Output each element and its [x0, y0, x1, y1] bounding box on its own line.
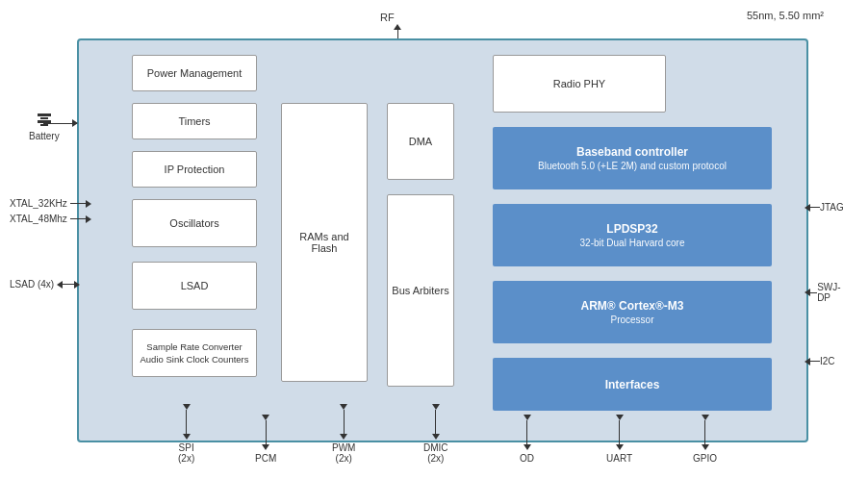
dma-box: DMA — [387, 103, 454, 180]
rams-flash-box: RAMs and Flash — [281, 103, 368, 382]
arm-box: ARM® Cortex®-M3 Processor — [493, 281, 772, 343]
lsad-box: LSAD — [132, 262, 257, 310]
pcm-group: PCM — [255, 415, 276, 464]
battery-label: Battery — [29, 113, 60, 141]
ip-protection-box: IP Protection — [132, 151, 257, 188]
spi-group: SPI(2x) — [178, 404, 194, 464]
uart-group: UART — [606, 415, 632, 464]
oscillators-box: Oscillators — [132, 199, 257, 247]
swjdp-group: SWJ-DP — [805, 282, 843, 303]
diagram-wrapper: 55nm, 5.50 mm² RF Power Management Timer… — [10, 10, 833, 494]
lpdsp-box: LPDSP32 32-bit Dual Harvard core — [493, 204, 772, 266]
bus-arbiters-box: Bus Arbiters — [387, 194, 454, 387]
baseband-box: Baseband controller Bluetooth 5.0 (+LE 2… — [493, 127, 772, 189]
rf-label: RF — [380, 12, 395, 23]
power-management-box: Power Management — [132, 55, 257, 91]
sample-rate-box: Sample Rate ConverterAudio Sink Clock Co… — [132, 329, 257, 377]
xtal32k-group: XTAL_32KHz — [10, 198, 91, 209]
jtag-group: JTAG — [805, 202, 843, 213]
chip-info: 55nm, 5.50 mm² — [747, 10, 824, 21]
dmic-group: DMIC(2x) — [423, 404, 448, 464]
pwm-group: PWM(2x) — [332, 404, 355, 464]
i2c-group: I2C — [805, 356, 835, 366]
lsad-group: LSAD (4x) — [10, 279, 80, 290]
chip-border: Power Management Timers IP Protection Os… — [77, 38, 808, 442]
timers-box: Timers — [132, 103, 257, 139]
interfaces-box: Interfaces — [493, 358, 772, 411]
gpio-group: GPIO — [693, 415, 717, 464]
radio-phy-box: Radio PHY — [493, 55, 666, 113]
od-group: OD — [520, 415, 534, 464]
battery-arrowhead — [72, 119, 78, 127]
xtal48m-group: XTAL_48Mhz — [10, 214, 91, 224]
